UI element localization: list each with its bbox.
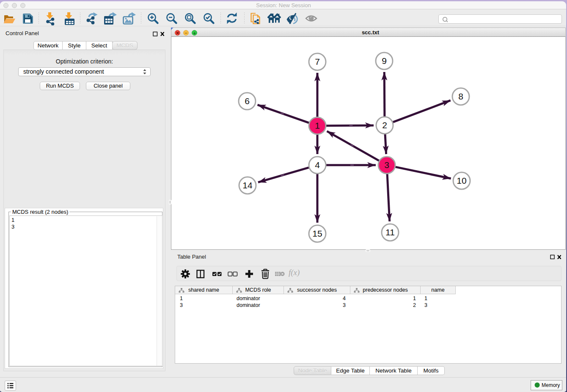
svg-text:8: 8 [458, 91, 463, 101]
svg-text:6: 6 [245, 96, 250, 106]
svg-text:4: 4 [315, 160, 320, 170]
svg-text:9: 9 [382, 56, 387, 66]
svg-text:7: 7 [315, 57, 320, 66]
svg-text:15: 15 [312, 229, 322, 238]
svg-text:14: 14 [242, 180, 253, 190]
svg-text:2: 2 [382, 120, 387, 130]
svg-text:10: 10 [457, 176, 466, 185]
svg-text:11: 11 [385, 227, 395, 237]
svg-text:1: 1 [315, 121, 320, 130]
svg-text:3: 3 [384, 160, 389, 170]
